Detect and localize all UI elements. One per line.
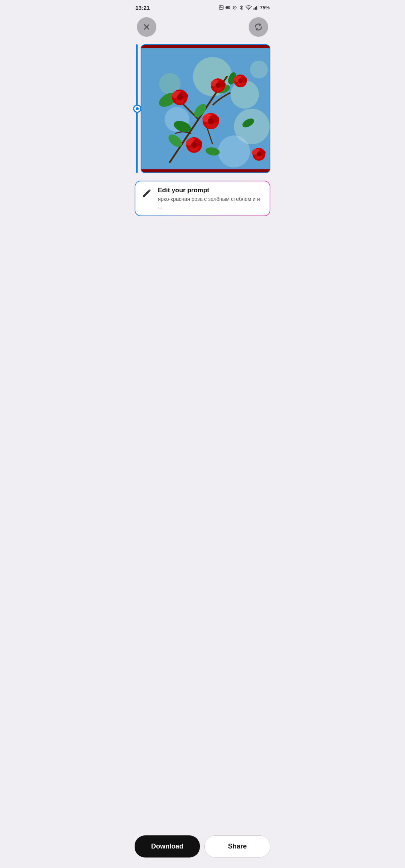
bottom-bar: Download Share [129, 831, 276, 868]
prompt-text-block: Edit your prompt ярко-красная роза с зел… [158, 187, 264, 210]
svg-point-45 [208, 118, 214, 124]
alarm-icon [232, 5, 237, 10]
prompt-subtitle: ярко-красная роза с зелёным стеблем и и … [158, 196, 264, 210]
rose-image [141, 45, 270, 172]
svg-rect-9 [258, 5, 258, 10]
refresh-icon [254, 22, 263, 31]
svg-rect-6 [254, 8, 254, 10]
refresh-button[interactable] [249, 17, 268, 37]
bluetooth-icon [239, 5, 244, 10]
svg-rect-7 [255, 7, 256, 10]
svg-point-30 [177, 94, 183, 100]
battery-icon [225, 5, 231, 10]
timeline-dot [136, 107, 139, 110]
svg-point-50 [191, 142, 197, 148]
svg-point-40 [238, 79, 242, 83]
pencil-icon [141, 187, 153, 199]
wifi-icon [246, 5, 252, 10]
signal-icon [253, 5, 258, 10]
image-section [129, 44, 276, 173]
timeline-indicator [133, 105, 141, 113]
gallery-icon [219, 5, 224, 10]
svg-point-5 [248, 9, 249, 10]
prompt-box[interactable]: Edit your prompt ярко-красная роза с зел… [135, 181, 270, 216]
svg-point-15 [218, 135, 250, 168]
svg-rect-3 [226, 7, 229, 9]
prompt-title: Edit your prompt [158, 187, 264, 194]
rose-svg [141, 45, 270, 172]
close-icon [142, 22, 151, 31]
svg-rect-8 [256, 6, 257, 10]
status-icons: 75% [219, 5, 270, 10]
image-wrapper [141, 44, 270, 173]
top-controls [129, 13, 276, 40]
svg-point-17 [250, 61, 268, 79]
svg-point-55 [257, 152, 261, 156]
status-bar: 13:21 [129, 0, 276, 13]
share-button[interactable]: Share [204, 835, 270, 858]
close-button[interactable] [137, 17, 156, 37]
status-time: 13:21 [135, 4, 150, 11]
spacer [129, 224, 276, 299]
svg-point-35 [216, 83, 220, 88]
battery-text: 75% [260, 5, 270, 10]
download-button[interactable]: Download [135, 835, 200, 858]
